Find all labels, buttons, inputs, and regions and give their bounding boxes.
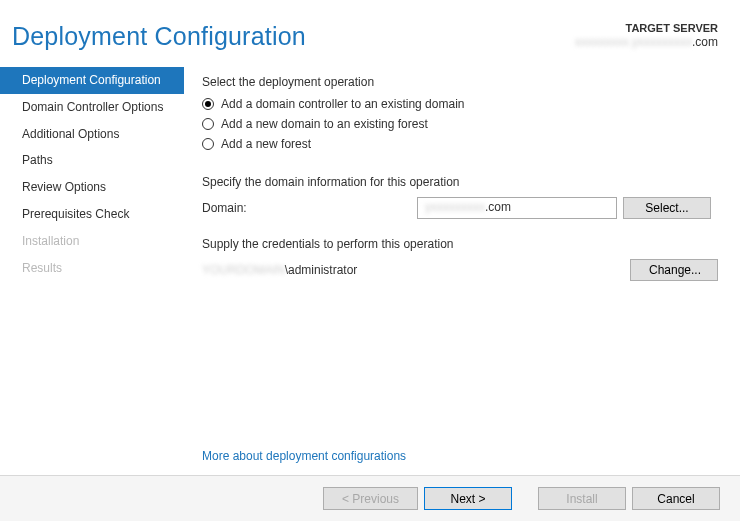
sidebar-item-domain-controller-options[interactable]: Domain Controller Options bbox=[0, 94, 184, 121]
credentials-value: YOURDOMAIN\administrator bbox=[202, 263, 357, 277]
target-server-label: TARGET SERVER bbox=[575, 22, 718, 35]
select-operation-label: Select the deployment operation bbox=[202, 75, 718, 89]
domain-field-label: Domain: bbox=[202, 201, 417, 215]
radio-icon bbox=[202, 98, 214, 110]
target-server-block: TARGET SERVER xxxxxxxxx.yxxxxxxxxx.com bbox=[575, 22, 718, 50]
radio-label: Add a new domain to an existing forest bbox=[221, 117, 428, 131]
wizard-footer: < Previous Next > Install Cancel bbox=[0, 475, 740, 521]
sidebar-item-results: Results bbox=[0, 255, 184, 282]
target-server-name: xxxxxxxxx.yxxxxxxxxx.com bbox=[575, 35, 718, 49]
install-button: Install bbox=[538, 487, 626, 510]
wizard-sidebar: Deployment Configuration Domain Controll… bbox=[0, 61, 184, 281]
credentials-label: Supply the credentials to perform this o… bbox=[202, 237, 718, 251]
radio-label: Add a new forest bbox=[221, 137, 311, 151]
specify-domain-label: Specify the domain information for this … bbox=[202, 175, 718, 189]
sidebar-item-review-options[interactable]: Review Options bbox=[0, 174, 184, 201]
next-button[interactable]: Next > bbox=[424, 487, 512, 510]
content-area: Select the deployment operation Add a do… bbox=[184, 61, 740, 281]
change-button[interactable]: Change... bbox=[630, 259, 718, 281]
previous-button: < Previous bbox=[323, 487, 418, 510]
radio-add-domain-existing-forest[interactable]: Add a new domain to an existing forest bbox=[202, 117, 718, 131]
radio-add-dc-existing-domain[interactable]: Add a domain controller to an existing d… bbox=[202, 97, 718, 111]
page-title: Deployment Configuration bbox=[10, 22, 306, 51]
radio-add-new-forest[interactable]: Add a new forest bbox=[202, 137, 718, 151]
more-about-link[interactable]: More about deployment configurations bbox=[202, 449, 406, 463]
domain-input[interactable] bbox=[417, 197, 617, 219]
radio-label: Add a domain controller to an existing d… bbox=[221, 97, 464, 111]
sidebar-item-installation: Installation bbox=[0, 228, 184, 255]
select-button[interactable]: Select... bbox=[623, 197, 711, 219]
radio-icon bbox=[202, 138, 214, 150]
cancel-button[interactable]: Cancel bbox=[632, 487, 720, 510]
sidebar-item-prerequisites-check[interactable]: Prerequisites Check bbox=[0, 201, 184, 228]
sidebar-item-additional-options[interactable]: Additional Options bbox=[0, 121, 184, 148]
radio-icon bbox=[202, 118, 214, 130]
sidebar-item-paths[interactable]: Paths bbox=[0, 147, 184, 174]
sidebar-item-deployment-configuration[interactable]: Deployment Configuration bbox=[0, 67, 184, 94]
